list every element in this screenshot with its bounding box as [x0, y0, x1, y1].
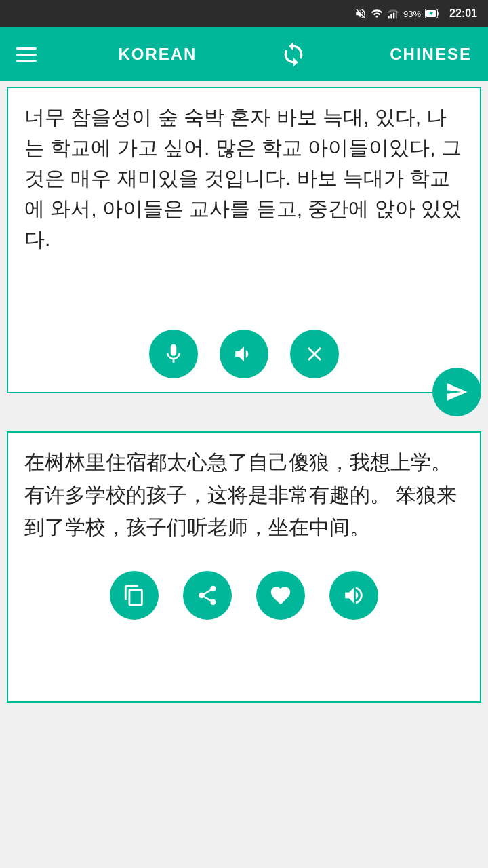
translated-text: 在树林里住宿都太心急了自己傻狼，我想上学。有许多学校的孩子，这将是非常有趣的。 … — [8, 433, 480, 557]
battery-icon — [425, 9, 440, 18]
volume-icon — [342, 584, 365, 607]
source-language-label[interactable]: KOREAN — [118, 45, 197, 64]
swap-languages-button[interactable] — [279, 39, 308, 69]
translate-button[interactable] — [432, 368, 481, 416]
speaker-icon — [232, 342, 256, 366]
source-panel-wrapper: 너무 참을성이 숲 숙박 혼자 바보 늑대, 있다, 나는 학교에 가고 싶어.… — [0, 81, 488, 399]
menu-line-3 — [16, 60, 37, 62]
clear-button[interactable] — [290, 330, 339, 378]
wifi-icon — [371, 7, 383, 20]
source-panel: 너무 참을성이 숲 숙박 혼자 바보 늑대, 있다, 나는 학교에 가고 싶어.… — [7, 87, 481, 393]
signal-icon — [387, 7, 399, 20]
target-language-label[interactable]: CHINESE — [390, 45, 472, 64]
speak-translation-button[interactable] — [329, 571, 378, 620]
share-button[interactable] — [183, 571, 232, 620]
favorite-button[interactable] — [256, 571, 305, 620]
status-bar: 93% 22:01 — [0, 0, 488, 27]
menu-line-2 — [16, 54, 37, 56]
source-text[interactable]: 너무 참을성이 숲 숙박 혼자 바보 늑대, 있다, 나는 학교에 가고 싶어.… — [8, 88, 480, 319]
menu-button[interactable] — [16, 47, 37, 62]
copy-icon — [123, 584, 146, 607]
microphone-button[interactable] — [149, 330, 198, 378]
svg-rect-0 — [388, 16, 390, 19]
navbar: KOREAN CHINESE — [0, 27, 488, 81]
close-icon — [303, 342, 326, 366]
send-icon — [445, 380, 468, 403]
svg-rect-3 — [396, 11, 397, 18]
status-icons: 93% 22:01 — [354, 7, 477, 20]
svg-rect-1 — [390, 14, 392, 19]
source-controls — [8, 319, 480, 392]
speak-source-button[interactable] — [220, 330, 268, 378]
mute-icon — [354, 7, 367, 20]
menu-line-1 — [16, 47, 37, 50]
svg-rect-2 — [393, 13, 394, 19]
battery-level: 93% — [403, 9, 421, 19]
source-text-content: 너무 참을성이 숲 숙박 혼자 바보 늑대, 있다, 나는 학교에 가고 싶어.… — [24, 106, 462, 250]
share-icon — [196, 584, 219, 607]
translated-text-content: 在树林里住宿都太心急了自己傻狼，我想上学。有许多学校的孩子，这将是非常有趣的。 … — [24, 451, 457, 538]
status-time: 22:01 — [449, 7, 477, 20]
translation-panel: 在树林里住宿都太心急了自己傻狼，我想上学。有许多学校的孩子，这将是非常有趣的。 … — [7, 431, 481, 703]
heart-icon — [269, 584, 292, 607]
bottom-controls — [8, 557, 480, 636]
microphone-icon — [162, 342, 185, 366]
copy-button[interactable] — [110, 571, 159, 620]
